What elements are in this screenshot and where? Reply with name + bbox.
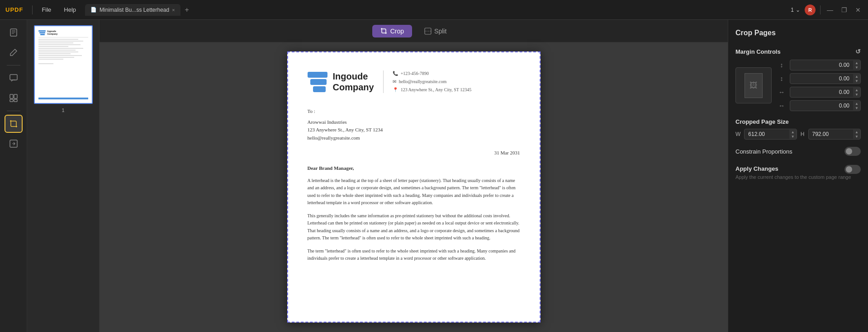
width-spinners: ▲ ▼ [789, 130, 797, 139]
pdf-canvas: IngoudeCompany 📞 +123-456-7890 ✉ hello@r… [278, 42, 550, 332]
margin-controls-layout: 🖼 ↕ ▲ ▼ [735, 60, 861, 111]
constrain-row: Constrain Proportions [735, 147, 861, 156]
margin-left-up[interactable]: ▲ [853, 88, 860, 92]
menu-file[interactable]: File [38, 5, 55, 15]
thumbnail-panel: IngoudeCompany [27, 20, 100, 332]
margin-left-input[interactable]: ▲ ▼ [790, 87, 861, 98]
margin-bottom-up[interactable]: ▲ [853, 74, 860, 79]
header-divider [383, 70, 384, 93]
crop-tool-button[interactable]: Crop [372, 25, 412, 37]
margin-bottom-field[interactable] [790, 74, 853, 84]
tab-close-button[interactable]: × [172, 7, 175, 13]
width-field[interactable] [745, 129, 789, 139]
sidebar-item-comment[interactable] [5, 69, 23, 87]
thumbnail-page-1[interactable]: IngoudeCompany [34, 25, 93, 104]
crop-border-top [287, 51, 541, 53]
margin-top-down[interactable]: ▼ [853, 65, 860, 70]
constrain-toggle-knob [846, 148, 852, 154]
sidebar-item-organize[interactable] [5, 89, 23, 107]
phone-icon: 📞 [393, 70, 398, 78]
salutation: Dear Brand Manager, [308, 164, 520, 173]
tab-letterhead[interactable]: 📄 Minimalist Bu...ss Letterhead × [85, 4, 180, 16]
contact-info: 📞 +123-456-7890 ✉ hello@reallygreatsite.… [393, 70, 472, 94]
preview-icon: 🖼 [749, 81, 758, 90]
crop-label: Crop [390, 28, 404, 35]
menu-help[interactable]: Help [60, 5, 80, 15]
letter-body: To : Arowwai Industries 123 Anywhere St.… [308, 108, 520, 262]
paragraph-2: This generally includes the same informa… [308, 212, 520, 242]
margin-left-down[interactable]: ▼ [853, 92, 860, 97]
height-label: H [801, 131, 805, 137]
margin-bottom-input[interactable]: ▲ ▼ [790, 73, 861, 84]
company-name: IngoudeCompany [333, 71, 374, 93]
margin-controls-label: Margin Controls [735, 48, 781, 55]
margin-bottom-row: ↕ ▲ ▼ [777, 73, 861, 84]
height-up[interactable]: ▲ [853, 130, 860, 134]
apply-toggle[interactable] [844, 165, 861, 174]
close-button[interactable]: ✕ [854, 5, 863, 15]
cropped-size-label: Cropped Page Size [735, 118, 789, 125]
letter-date: 31 Mar 2031 [308, 149, 520, 157]
margin-top-row: ↕ ▲ ▼ [777, 60, 861, 70]
margin-bottom-down[interactable]: ▼ [853, 79, 860, 83]
margin-controls-section: Margin Controls ↺ 🖼 ↕ [735, 48, 861, 111]
paragraph-1: A letterhead is the heading at the top o… [308, 177, 520, 207]
margin-top-input[interactable]: ▲ ▼ [790, 60, 861, 70]
sidebar-separator2 [7, 111, 20, 111]
panel-title: Crop Pages [735, 29, 861, 37]
svg-rect-7 [10, 99, 13, 102]
page-chevron[interactable]: ⌄ [796, 7, 800, 13]
sidebar-item-edit[interactable] [5, 43, 23, 61]
svg-rect-5 [10, 94, 13, 98]
height-down[interactable]: ▼ [853, 134, 860, 139]
width-input-wrap[interactable]: ▲ ▼ [744, 129, 797, 140]
margin-right-up[interactable]: ▲ [853, 101, 860, 106]
tab-file-icon: 📄 [90, 7, 97, 13]
svg-rect-10 [425, 28, 431, 34]
constrain-toggle[interactable] [844, 147, 861, 156]
size-row: W ▲ ▼ H ▲ ▼ [735, 129, 861, 140]
thumbnail-image: IngoudeCompany [35, 26, 92, 103]
height-spinners: ▲ ▼ [853, 130, 860, 139]
crop-border-right [539, 51, 541, 323]
margin-right-field[interactable] [790, 101, 853, 111]
svg-rect-0 [10, 29, 17, 36]
sidebar-item-reader[interactable] [5, 23, 23, 42]
height-input-wrap[interactable]: ▲ ▼ [808, 129, 861, 140]
margin-top-spinners: ▲ ▼ [853, 61, 860, 70]
cropped-page-size-section: Cropped Page Size W ▲ ▼ H ▲ ▼ [735, 118, 861, 140]
recipient-addr1: 123 Anywhere St., Any City, ST 1234 [308, 126, 520, 134]
width-label: W [735, 131, 740, 137]
margin-right-down[interactable]: ▼ [853, 106, 860, 110]
width-down[interactable]: ▼ [789, 134, 797, 139]
margin-bottom-icon: ↕ [777, 75, 786, 82]
topbar-right: 1 ⌄ R — ❐ ✕ [791, 5, 863, 15]
sidebar-item-crop[interactable]: Crop Pages [5, 115, 23, 133]
pdf-area: Crop Split [100, 20, 728, 332]
margin-top-field[interactable] [790, 60, 853, 70]
margin-top-icon: ↕ [777, 61, 786, 69]
maximize-button[interactable]: ❐ [840, 5, 849, 15]
height-field[interactable] [809, 129, 854, 139]
reset-button[interactable]: ↺ [855, 48, 861, 55]
user-avatar[interactable]: R [805, 5, 816, 15]
margin-left-spinners: ▲ ▼ [853, 88, 860, 97]
recipient-name: Arowwai Industries [308, 118, 520, 126]
phone-number: +123-456-7890 [401, 70, 429, 78]
tab-add-button[interactable]: + [182, 5, 192, 15]
tab-label: Minimalist Bu...ss Letterhead [100, 7, 169, 13]
margin-top-up[interactable]: ▲ [853, 61, 860, 65]
margin-right-input[interactable]: ▲ ▼ [790, 100, 861, 111]
minimize-button[interactable]: — [825, 5, 835, 15]
preview-page: 🖼 [745, 73, 763, 98]
email-address: hello@reallygreatsite.com [399, 78, 447, 86]
page-indicator: 1 ⌄ [791, 7, 800, 13]
sidebar-item-convert[interactable] [5, 135, 23, 153]
margin-inputs: ↕ ▲ ▼ ↕ [777, 60, 861, 111]
paragraph-3: The term "letterhead" is often used to r… [308, 248, 520, 262]
constrain-label: Constrain Proportions [735, 148, 792, 155]
split-tool-button[interactable]: Split [416, 24, 455, 38]
width-up[interactable]: ▲ [789, 130, 797, 134]
margin-left-field[interactable] [790, 87, 853, 97]
pdf-page: IngoudeCompany 📞 +123-456-7890 ✉ hello@r… [287, 51, 541, 323]
